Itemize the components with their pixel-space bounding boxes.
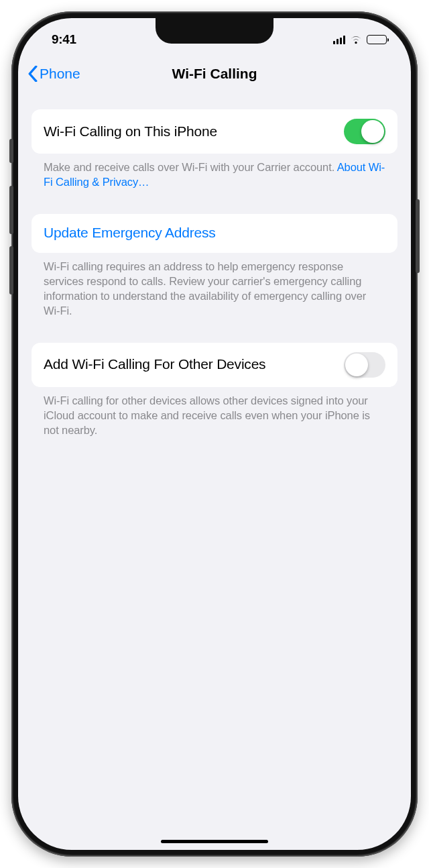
volume-down-button (9, 246, 13, 294)
wifi-calling-this-iphone-toggle[interactable] (344, 119, 385, 144)
cellular-signal-icon (333, 36, 346, 44)
other-devices-group: Add Wi-Fi Calling For Other Devices Wi-F… (32, 343, 397, 438)
settings-content: Wi-Fi Calling on This iPhone Make and re… (18, 92, 411, 437)
wifi-calling-this-iphone-row[interactable]: Wi-Fi Calling on This iPhone (32, 109, 397, 154)
status-time: 9:41 (52, 32, 76, 47)
other-devices-note: Wi-Fi calling for other devices allows o… (32, 387, 397, 438)
back-button[interactable]: Phone (27, 66, 80, 82)
row-label: Update Emergency Address (44, 224, 216, 241)
row-label: Add Wi-Fi Calling For Other Devices (44, 356, 265, 373)
side-button (416, 199, 420, 273)
chevron-left-icon (27, 66, 38, 82)
wifi-calling-other-devices-row[interactable]: Add Wi-Fi Calling For Other Devices (32, 343, 397, 387)
back-label: Phone (40, 66, 80, 82)
wifi-calling-other-devices-toggle[interactable] (344, 352, 385, 378)
emergency-address-group: Update Emergency Address Wi-Fi calling r… (32, 214, 397, 319)
volume-up-button (9, 186, 13, 234)
phone-device-frame: 9:41 Phone Wi-Fi Calling (11, 11, 418, 857)
row-label: Wi-Fi Calling on This iPhone (44, 123, 217, 140)
page-title: Wi-Fi Calling (172, 66, 257, 82)
screen: 9:41 Phone Wi-Fi Calling (18, 18, 411, 850)
wifi-calling-this-iphone-group: Wi-Fi Calling on This iPhone Make and re… (32, 109, 397, 190)
wifi-calling-note: Make and receive calls over Wi-Fi with y… (32, 154, 397, 190)
notch (156, 18, 273, 44)
emergency-address-note: Wi-Fi calling requires an address to hel… (32, 253, 397, 319)
update-emergency-address-button[interactable]: Update Emergency Address (32, 214, 397, 253)
mute-switch (9, 139, 13, 163)
wifi-icon (349, 34, 363, 45)
navigation-bar: Phone Wi-Fi Calling (18, 56, 411, 92)
home-indicator[interactable] (161, 840, 268, 843)
battery-icon (367, 35, 387, 44)
